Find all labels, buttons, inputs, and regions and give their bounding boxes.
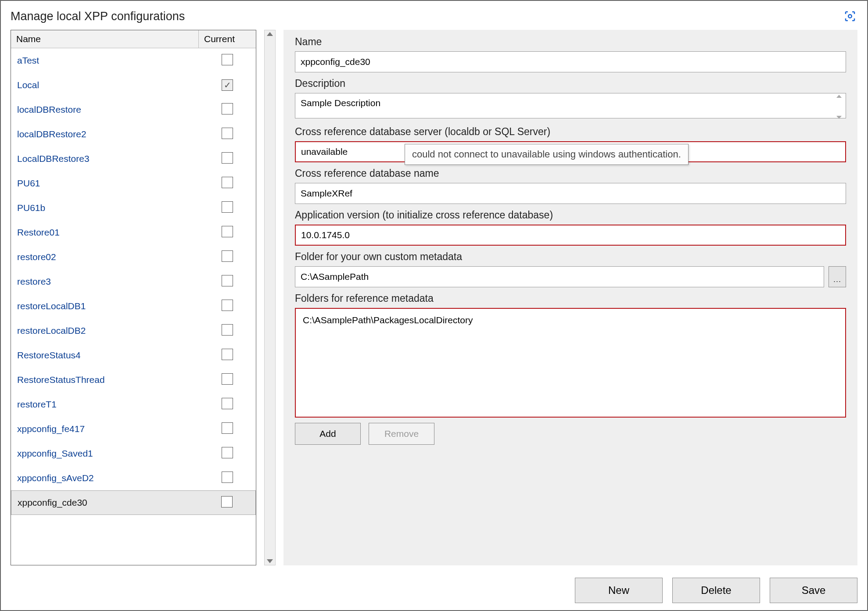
list-item-name: Restore01 [11,227,199,238]
list-item-name: RestoreStatus4 [11,350,199,361]
list-item-current-cell [199,472,256,485]
list-item-current-cell [199,152,256,166]
list-item[interactable]: xppconfig_fe417 [11,417,256,441]
description-input[interactable] [295,93,846,118]
list-item[interactable]: Local [11,73,256,97]
current-checkbox[interactable] [222,79,233,91]
custom-metadata-label: Folder for your own custom metadata [295,251,846,263]
list-item[interactable]: localDBRestore2 [11,122,256,146]
list-item[interactable]: restore02 [11,245,256,269]
list-item-current-cell [199,373,256,387]
current-checkbox[interactable] [222,300,233,311]
current-checkbox[interactable] [222,201,233,213]
list-item-name: restore02 [11,252,199,262]
list-item[interactable]: PU61 [11,171,256,196]
current-checkbox[interactable] [222,373,233,385]
list-item[interactable]: RestoreStatus4 [11,343,256,368]
list-item-current-cell [199,300,256,313]
xref-server-label: Cross reference database server (localdb… [295,126,846,138]
dialog-window: Manage local XPP configurations Name Cur… [0,0,868,611]
current-checkbox[interactable] [222,54,233,65]
current-checkbox[interactable] [222,472,233,483]
list-item-current-cell [199,226,256,239]
list-item-name: xppconfig_cde30 [11,497,198,508]
list-item[interactable]: LocalDBRestore3 [11,146,256,171]
config-list-header: Name Current [11,30,256,48]
list-item-current-cell [199,201,256,215]
list-item-current-cell [199,79,256,91]
ref-metadata-item[interactable]: C:\ASamplePath\PackagesLocalDirectory [303,315,838,325]
ref-metadata-label: Folders for reference metadata [295,293,846,304]
remove-button: Remove [369,423,434,445]
list-item[interactable]: restore3 [11,269,256,294]
list-item-name: LocalDBRestore3 [11,154,199,164]
list-item[interactable]: restoreLocalDB2 [11,318,256,343]
current-checkbox[interactable] [222,177,233,188]
list-item-current-cell [199,250,256,264]
list-item-current-cell [199,275,256,289]
list-item-name: restore3 [11,276,199,287]
column-header-current[interactable]: Current [199,30,256,48]
list-item[interactable]: xppconfig_cde30 [11,490,256,515]
list-item[interactable]: PU61b [11,196,256,220]
list-item-current-cell [198,496,255,510]
current-checkbox[interactable] [222,349,233,360]
list-item[interactable]: restoreLocalDB1 [11,294,256,318]
xref-server-error-tooltip: could not connect to unavailable using w… [405,144,689,165]
description-spinner[interactable] [836,95,844,119]
ref-metadata-list[interactable]: C:\ASamplePath\PackagesLocalDirectory [295,308,846,418]
config-list-body[interactable]: aTestLocallocalDBRestorelocalDBRestore2L… [11,48,256,565]
xref-db-input[interactable] [295,183,846,204]
list-item[interactable]: RestoreStatusThread [11,368,256,392]
new-button[interactable]: New [575,578,663,603]
svg-point-0 [848,14,852,18]
current-checkbox[interactable] [222,398,233,409]
add-button[interactable]: Add [295,423,361,445]
list-item-current-cell [199,324,256,338]
list-item[interactable]: xppconfig_Saved1 [11,441,256,466]
list-item-name: restoreLocalDB2 [11,325,199,336]
vertical-scrollbar[interactable] [264,30,276,565]
list-item-name: xppconfig_Saved1 [11,448,199,459]
list-item-name: restoreLocalDB1 [11,301,199,311]
app-version-label: Application version (to initialize cross… [295,209,846,221]
current-checkbox[interactable] [222,250,233,262]
current-checkbox[interactable] [221,496,233,507]
scroll-down-icon[interactable] [267,559,273,563]
list-item[interactable]: Restore01 [11,220,256,245]
dialog-button-bar: New Delete Save [575,578,857,603]
scroll-up-icon[interactable] [267,32,273,36]
save-button[interactable]: Save [770,578,857,603]
current-checkbox[interactable] [222,152,233,164]
list-item[interactable]: xppconfig_sAveD2 [11,466,256,490]
name-input[interactable] [295,51,846,72]
current-checkbox[interactable] [222,226,233,237]
current-checkbox[interactable] [222,447,233,458]
list-item-current-cell [199,398,256,411]
custom-metadata-input[interactable] [295,266,824,287]
app-version-input[interactable] [295,225,846,246]
list-item[interactable]: aTest [11,48,256,73]
description-label: Description [295,78,846,89]
list-item-name: aTest [11,55,199,66]
list-item-current-cell [199,422,256,436]
current-checkbox[interactable] [222,275,233,286]
current-checkbox[interactable] [222,324,233,336]
list-item-name: xppconfig_fe417 [11,424,199,434]
list-item-current-cell [199,349,256,362]
delete-button[interactable]: Delete [672,578,760,603]
list-item-name: localDBRestore2 [11,129,199,139]
list-item-current-cell [199,447,256,461]
list-item[interactable]: restoreT1 [11,392,256,417]
screenshot-icon[interactable] [843,9,857,24]
column-header-name[interactable]: Name [11,30,199,48]
list-item-name: RestoreStatusThread [11,375,199,385]
titlebar: Manage local XPP configurations [11,9,857,30]
browse-button[interactable]: ... [829,266,846,287]
list-item-current-cell [199,54,256,68]
list-item-name: PU61b [11,203,199,213]
current-checkbox[interactable] [222,103,233,114]
list-item[interactable]: localDBRestore [11,97,256,122]
current-checkbox[interactable] [222,128,233,139]
current-checkbox[interactable] [222,422,233,434]
